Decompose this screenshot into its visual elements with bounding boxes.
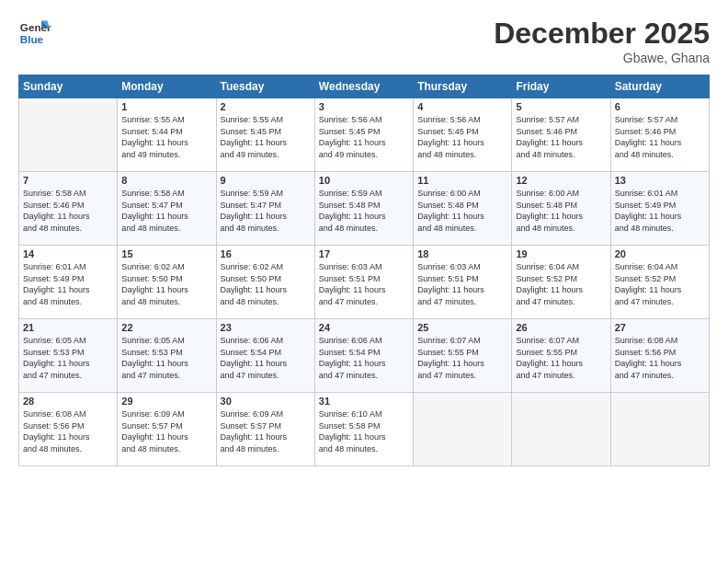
col-wednesday: Wednesday — [314, 75, 413, 98]
sunrise-text: Sunrise: 6:08 AM — [23, 408, 113, 420]
daylight-text: Daylight: 11 hoursand 47 minutes. — [417, 358, 507, 381]
day-info: Sunrise: 6:06 AMSunset: 5:54 PMDaylight:… — [319, 335, 409, 381]
daylight-text: Daylight: 11 hoursand 47 minutes. — [319, 358, 409, 381]
week-row-5: 28Sunrise: 6:08 AMSunset: 5:56 PMDayligh… — [19, 393, 710, 466]
day-info: Sunrise: 6:04 AMSunset: 5:52 PMDaylight:… — [516, 261, 606, 307]
cell-w3-d2: 15Sunrise: 6:02 AMSunset: 5:50 PMDayligh… — [118, 246, 216, 319]
day-info: Sunrise: 6:02 AMSunset: 5:50 PMDaylight:… — [221, 261, 311, 307]
day-number: 13 — [615, 175, 705, 186]
cell-w4-d3: 23Sunrise: 6:06 AMSunset: 5:54 PMDayligh… — [216, 319, 314, 393]
sunrise-text: Sunrise: 5:58 AM — [23, 188, 113, 200]
cell-w5-d1: 28Sunrise: 6:08 AMSunset: 5:56 PMDayligh… — [19, 393, 118, 466]
daylight-text: Daylight: 11 hoursand 48 minutes. — [516, 137, 606, 160]
sunset-text: Sunset: 5:55 PM — [417, 347, 507, 359]
sunrise-text: Sunrise: 6:05 AM — [121, 335, 211, 347]
cell-w4-d5: 25Sunrise: 6:07 AMSunset: 5:55 PMDayligh… — [414, 319, 512, 393]
week-row-1: 1Sunrise: 5:55 AMSunset: 5:44 PMDaylight… — [19, 98, 710, 172]
cell-w5-d3: 30Sunrise: 6:09 AMSunset: 5:57 PMDayligh… — [216, 393, 314, 466]
sunset-text: Sunset: 5:48 PM — [516, 200, 606, 212]
cell-w1-d2: 1Sunrise: 5:55 AMSunset: 5:44 PMDaylight… — [118, 98, 216, 172]
daylight-text: Daylight: 11 hoursand 47 minutes. — [23, 358, 113, 381]
cell-w1-d3: 2Sunrise: 5:55 AMSunset: 5:45 PMDaylight… — [216, 98, 314, 172]
cell-w5-d7 — [610, 393, 709, 466]
cell-w1-d5: 4Sunrise: 5:56 AMSunset: 5:45 PMDaylight… — [414, 98, 512, 172]
day-number: 29 — [121, 396, 211, 407]
sunset-text: Sunset: 5:49 PM — [23, 273, 113, 285]
cell-w2-d1: 7Sunrise: 5:58 AMSunset: 5:46 PMDaylight… — [19, 172, 118, 246]
day-info: Sunrise: 6:04 AMSunset: 5:52 PMDaylight:… — [615, 261, 705, 307]
cell-w2-d4: 10Sunrise: 5:59 AMSunset: 5:48 PMDayligh… — [314, 172, 413, 246]
sunrise-text: Sunrise: 6:04 AM — [516, 261, 606, 273]
sunset-text: Sunset: 5:53 PM — [121, 347, 211, 359]
day-info: Sunrise: 6:09 AMSunset: 5:57 PMDaylight:… — [221, 408, 311, 454]
day-info: Sunrise: 6:00 AMSunset: 5:48 PMDaylight:… — [417, 188, 507, 234]
day-info: Sunrise: 5:59 AMSunset: 5:48 PMDaylight:… — [319, 188, 409, 234]
sunrise-text: Sunrise: 6:03 AM — [319, 261, 409, 273]
logo-icon: General Blue — [18, 17, 51, 50]
day-info: Sunrise: 6:09 AMSunset: 5:57 PMDaylight:… — [121, 408, 211, 454]
daylight-text: Daylight: 11 hoursand 47 minutes. — [516, 358, 606, 381]
daylight-text: Daylight: 11 hoursand 48 minutes. — [417, 137, 507, 160]
daylight-text: Daylight: 11 hoursand 47 minutes. — [615, 284, 705, 307]
sunrise-text: Sunrise: 6:03 AM — [417, 261, 507, 273]
sunset-text: Sunset: 5:45 PM — [319, 126, 409, 138]
sunrise-text: Sunrise: 6:06 AM — [319, 335, 409, 347]
day-number: 21 — [23, 322, 113, 333]
sunrise-text: Sunrise: 6:01 AM — [23, 261, 113, 273]
day-number: 6 — [615, 101, 705, 112]
cell-w5-d6 — [512, 393, 610, 466]
sunset-text: Sunset: 5:56 PM — [615, 347, 705, 359]
cell-w1-d7: 6Sunrise: 5:57 AMSunset: 5:46 PMDaylight… — [610, 98, 709, 172]
location: Gbawe, Ghana — [494, 51, 710, 65]
day-number: 3 — [319, 101, 409, 112]
col-friday: Friday — [512, 75, 610, 98]
sunset-text: Sunset: 5:46 PM — [516, 126, 606, 138]
svg-text:Blue: Blue — [20, 33, 44, 45]
cell-w3-d4: 17Sunrise: 6:03 AMSunset: 5:51 PMDayligh… — [314, 246, 413, 319]
day-info: Sunrise: 6:08 AMSunset: 5:56 PMDaylight:… — [615, 335, 705, 381]
day-number: 26 — [516, 322, 606, 333]
day-number: 25 — [417, 322, 507, 333]
cell-w4-d7: 27Sunrise: 6:08 AMSunset: 5:56 PMDayligh… — [610, 319, 709, 393]
day-number: 12 — [516, 175, 606, 186]
daylight-text: Daylight: 11 hoursand 49 minutes. — [319, 137, 409, 160]
sunrise-text: Sunrise: 5:57 AM — [615, 114, 705, 126]
cell-w1-d1 — [19, 98, 118, 172]
daylight-text: Daylight: 11 hoursand 48 minutes. — [221, 431, 311, 454]
day-info: Sunrise: 5:56 AMSunset: 5:45 PMDaylight:… — [319, 114, 409, 160]
sunset-text: Sunset: 5:47 PM — [221, 200, 311, 212]
day-info: Sunrise: 5:57 AMSunset: 5:46 PMDaylight:… — [615, 114, 705, 160]
daylight-text: Daylight: 11 hoursand 48 minutes. — [23, 431, 113, 454]
sunset-text: Sunset: 5:56 PM — [23, 420, 113, 432]
day-number: 23 — [221, 322, 311, 333]
sunrise-text: Sunrise: 6:07 AM — [417, 335, 507, 347]
sunrise-text: Sunrise: 6:00 AM — [417, 188, 507, 200]
sunrise-text: Sunrise: 5:56 AM — [319, 114, 409, 126]
day-info: Sunrise: 6:07 AMSunset: 5:55 PMDaylight:… — [417, 335, 507, 381]
day-number: 7 — [23, 175, 113, 186]
daylight-text: Daylight: 11 hoursand 49 minutes. — [221, 137, 311, 160]
day-number: 22 — [121, 322, 211, 333]
sunset-text: Sunset: 5:55 PM — [516, 347, 606, 359]
day-info: Sunrise: 5:56 AMSunset: 5:45 PMDaylight:… — [417, 114, 507, 160]
page: General Blue December 2025 Gbawe, Ghana … — [0, 0, 728, 563]
sunrise-text: Sunrise: 6:02 AM — [221, 261, 311, 273]
cell-w5-d5 — [414, 393, 512, 466]
cell-w3-d7: 20Sunrise: 6:04 AMSunset: 5:52 PMDayligh… — [610, 246, 709, 319]
cell-w1-d6: 5Sunrise: 5:57 AMSunset: 5:46 PMDaylight… — [512, 98, 610, 172]
daylight-text: Daylight: 11 hoursand 48 minutes. — [615, 211, 705, 234]
day-info: Sunrise: 5:58 AMSunset: 5:46 PMDaylight:… — [23, 188, 113, 234]
daylight-text: Daylight: 11 hoursand 48 minutes. — [121, 431, 211, 454]
col-tuesday: Tuesday — [216, 75, 314, 98]
header: General Blue December 2025 Gbawe, Ghana — [18, 17, 710, 65]
daylight-text: Daylight: 11 hoursand 48 minutes. — [23, 284, 113, 307]
cell-w2-d3: 9Sunrise: 5:59 AMSunset: 5:47 PMDaylight… — [216, 172, 314, 246]
daylight-text: Daylight: 11 hoursand 47 minutes. — [319, 284, 409, 307]
sunset-text: Sunset: 5:45 PM — [221, 126, 311, 138]
calendar-table: Sunday Monday Tuesday Wednesday Thursday… — [18, 75, 710, 466]
day-number: 5 — [516, 101, 606, 112]
sunset-text: Sunset: 5:51 PM — [319, 273, 409, 285]
sunrise-text: Sunrise: 6:09 AM — [121, 408, 211, 420]
sunrise-text: Sunrise: 5:55 AM — [121, 114, 211, 126]
sunset-text: Sunset: 5:46 PM — [23, 200, 113, 212]
